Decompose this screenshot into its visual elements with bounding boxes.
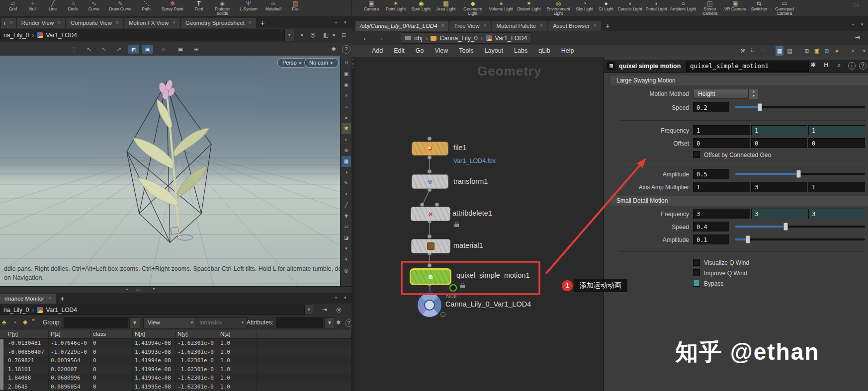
persp-camera-pill[interactable]: Persp ▼ (277, 58, 307, 68)
shelf-tool-spot-light[interactable]: ◉Spot Light (409, 0, 434, 16)
grid-display-icon[interactable]: ▦ (342, 156, 351, 167)
search-icon[interactable]: ⌕ (834, 61, 844, 69)
node-material1[interactable] (411, 239, 450, 253)
frequency-y-field[interactable]: 1 (751, 125, 807, 135)
col-header[interactable]: N[y] (175, 330, 218, 338)
column-view-icon[interactable]: ▤ (785, 46, 793, 56)
no-cam-pill[interactable]: No cam ▼ (304, 58, 339, 68)
pane-square-icon[interactable]: ▪ (335, 295, 337, 300)
group-input[interactable] (64, 317, 128, 328)
help-icon[interactable]: ? (859, 62, 867, 70)
shelf-tool-null[interactable]: +Null (23, 0, 43, 16)
expand-view-icon[interactable]: ⊞ (191, 45, 202, 54)
col-header[interactable]: N[z] (218, 330, 257, 338)
node-file1[interactable] (412, 142, 448, 156)
square-view-icon[interactable]: □ (342, 31, 346, 38)
small-frequency-z-field[interactable]: 3 (808, 209, 865, 219)
improve-q-wind-checkbox[interactable] (693, 269, 700, 276)
shelf-tool-caustic-light[interactable]: ◖Caustic Light (616, 0, 643, 16)
table-row[interactable]: 0.7698210.003956401.41994e-08-1.62301e-0… (0, 356, 351, 365)
vertex-mode-icon[interactable]: ◆ (23, 318, 27, 325)
close-icon[interactable]: × (484, 21, 487, 31)
table-row[interactable]: 2.06450.089605401.41995e-08-1.62301e-01.… (0, 383, 351, 391)
shelf-tool-environment-light[interactable]: ◎Environment Light (543, 0, 574, 16)
tree-structure-icon[interactable]: ⠧ (749, 46, 757, 56)
shelf-tool-vr-camera[interactable]: ▣VR Camera (723, 0, 748, 16)
shelf-tool-sky-light[interactable]: ◔Sky Light (574, 0, 596, 16)
motion-method-dropdown[interactable]: Height (693, 89, 749, 99)
amplitude-slider-handle[interactable] (796, 170, 801, 178)
col-header[interactable]: N[x] (133, 330, 175, 338)
link-target-icon[interactable]: ◎ (336, 306, 341, 313)
path-dropdown-button[interactable]: ▾ (304, 305, 313, 315)
shelf-tool-spray-paint[interactable]: ✱Spray Paint (156, 0, 189, 16)
search-icon[interactable]: ⌕ (849, 46, 857, 56)
shade-mode-icon[interactable]: ● (342, 112, 351, 123)
menu-qlib[interactable]: qLib (533, 47, 556, 54)
node-null[interactable] (417, 292, 442, 318)
offset-x-field[interactable]: 0 (693, 138, 750, 148)
camera-view-icon[interactable]: ▣ (175, 45, 186, 54)
table-row[interactable]: -0.0130481-1.07646e-001.41994e-08-1.6230… (0, 339, 351, 348)
pin-icon[interactable]: ⇥ (322, 306, 327, 313)
shelf-tool-l-system[interactable]: ΨL-System (236, 0, 261, 16)
tab-motion-fx-view[interactable]: Motion FX View× (124, 18, 180, 28)
visualize-q-wind-checkbox[interactable] (693, 259, 700, 266)
spinner-icon[interactable]: ▲▼ (749, 89, 758, 99)
table-row[interactable]: -0.00850407-1.07229e-001.41993e-08-1.623… (0, 347, 351, 356)
node-quixel-simple-motion1[interactable]: m (410, 268, 451, 285)
frequency-z-field[interactable]: 1 (808, 125, 865, 135)
back-icon[interactable]: ← (362, 33, 370, 42)
radial-icon[interactable]: ◎ (342, 265, 351, 276)
speed-field[interactable]: 0.2 (693, 102, 729, 112)
shelf-tool-gi-light[interactable]: ●GI Light (596, 0, 616, 16)
pane-square-icon[interactable]: ▪ (335, 20, 337, 25)
display-flag-icon[interactable] (440, 312, 445, 317)
tab-network-path[interactable]: /obj/Canna_Lily_0/Var1_LOD4× (355, 21, 448, 31)
menu-layout[interactable]: Layout (479, 47, 509, 54)
wrench-icon[interactable]: ⚒ (739, 46, 747, 56)
add-grid-icon[interactable]: ⊞ (803, 46, 811, 56)
shelf-tool-metaball[interactable]: ∞Metaball (261, 0, 285, 16)
network-canvas[interactable]: ▲ ⣿ Geometry file1 Var1_LOD4.fbx ⊕ trans… (351, 57, 603, 391)
shelf-tool-draw-curve[interactable]: ✎Draw Curve (104, 0, 136, 16)
tab-tree-view[interactable]: Tree View× (449, 21, 491, 31)
path-dropdown-button[interactable]: ▾ (284, 29, 294, 41)
filter-funnel-icon[interactable]: ▼ (129, 317, 140, 328)
tab-partial[interactable]: r× (1, 18, 16, 28)
caret2-icon[interactable]: ▼ (342, 254, 351, 265)
small-speed-slider-handle[interactable] (783, 223, 788, 231)
bypass-checkbox[interactable] (693, 280, 700, 287)
splitter-up-icon[interactable]: ▲ (125, 287, 129, 291)
monitor-path-field[interactable]: na_Lily_0 › Var1_LOD4 (0, 305, 310, 315)
node-attribdelete1[interactable]: × (411, 207, 450, 221)
display-options-icon[interactable]: ✱ (328, 45, 339, 54)
splitter-handle-icon[interactable]: ⣿⣿ (135, 287, 141, 292)
amplitude-field[interactable]: 0.5 (693, 169, 729, 179)
draw-mode-icon[interactable]: ✎ (342, 178, 351, 189)
new-view-icon[interactable]: ⊞ (823, 46, 831, 56)
disabled-render-icon[interactable]: ⊘ (158, 45, 169, 54)
gear-icon[interactable]: ✱ (808, 61, 818, 69)
offset-z-field[interactable]: 0 (808, 138, 865, 148)
close-icon[interactable]: × (10, 18, 13, 28)
new-tab-button[interactable]: + (57, 294, 68, 304)
shelf-tool-file[interactable]: ▤File (285, 0, 305, 16)
tab-asset-browser[interactable]: Asset Browser× (548, 21, 601, 31)
menu-tools[interactable]: Tools (453, 47, 479, 54)
caret-icon[interactable]: ▼ (342, 243, 351, 254)
shelf-tool-stereo-camera[interactable]: ◫Stereo Camera (697, 0, 723, 16)
pane-menu-caret-icon[interactable]: ▾ (344, 20, 347, 25)
new-tab-button[interactable]: + (257, 18, 268, 28)
splitter-down-icon[interactable]: ▼ (152, 287, 156, 291)
shelf-tool-curve[interactable]: ∿Curve (84, 0, 104, 16)
table-row[interactable]: 1.840880.068099601.41994e-08-1.62301e-01… (0, 374, 351, 383)
pin-icon[interactable]: ⇥ (855, 34, 860, 41)
cube-view-icon[interactable]: ◧ (323, 31, 329, 38)
shelf-tool-point-light[interactable]: ☀Point Light (383, 0, 409, 16)
small-amplitude-slider-handle[interactable] (746, 235, 750, 243)
shelf-tool-gamepad-camera[interactable]: ▭Gamepad Camera (771, 0, 798, 16)
shelf-tool-path[interactable]: ⋱Path (136, 0, 156, 16)
shelf-tool-ambient-light[interactable]: ○Ambient Light (669, 0, 697, 16)
package-icon[interactable]: ■ (833, 46, 841, 56)
